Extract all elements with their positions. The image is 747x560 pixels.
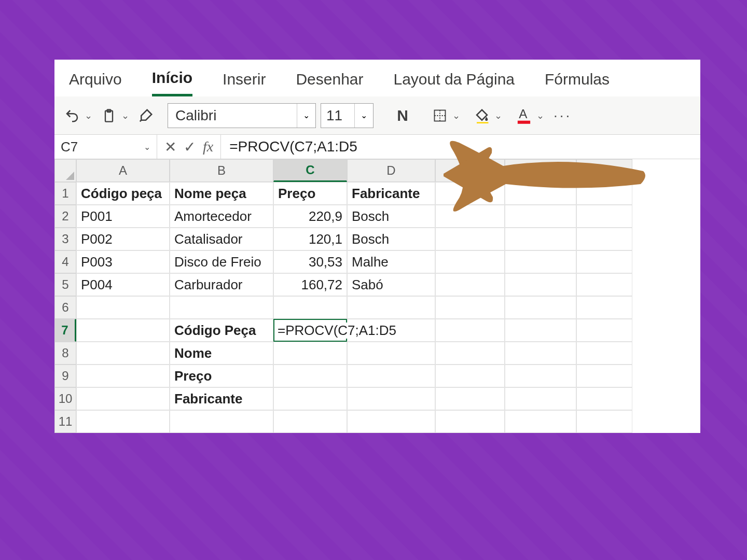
cell-g9[interactable] bbox=[576, 365, 632, 387]
cell-c9[interactable] bbox=[273, 365, 347, 387]
cell-g10[interactable] bbox=[576, 387, 632, 410]
borders-button[interactable] bbox=[428, 104, 451, 127]
font-color-button[interactable]: A bbox=[513, 104, 535, 127]
ribbon-tab-desenhar[interactable]: Desenhar bbox=[296, 67, 363, 95]
ribbon-tab-arquivo[interactable]: Arquivo bbox=[69, 67, 122, 95]
formula-input[interactable]: =PROCV(C7;A1:D5 bbox=[221, 135, 700, 159]
font-size-selector[interactable]: 11 ⌄ bbox=[321, 103, 374, 128]
cell-d1[interactable]: Fabricante bbox=[347, 182, 435, 205]
col-header-c[interactable]: C bbox=[273, 159, 347, 182]
cell-a9[interactable] bbox=[76, 365, 170, 387]
cell-b11[interactable] bbox=[170, 410, 273, 433]
select-all-corner[interactable] bbox=[54, 159, 76, 182]
cell-f8[interactable] bbox=[505, 342, 576, 365]
font-color-caret-icon[interactable]: ⌄ bbox=[536, 110, 544, 121]
col-header-f[interactable]: F bbox=[505, 159, 576, 182]
row-header-10[interactable]: 10 bbox=[54, 387, 76, 410]
fx-icon[interactable]: fx bbox=[203, 138, 213, 155]
cell-b8[interactable]: Nome bbox=[170, 342, 273, 365]
cell-a6[interactable] bbox=[76, 296, 170, 319]
cell-d10[interactable] bbox=[347, 387, 435, 410]
cell-e4[interactable] bbox=[435, 250, 505, 273]
cell-f4[interactable] bbox=[505, 250, 576, 273]
bold-button[interactable]: N bbox=[389, 104, 416, 127]
cell-d11[interactable] bbox=[347, 410, 435, 433]
spreadsheet-grid[interactable]: A B C D E F G 1 Código peça Nome peça Pr… bbox=[54, 159, 700, 433]
cell-d8[interactable] bbox=[347, 342, 435, 365]
row-header-5[interactable]: 5 bbox=[54, 273, 76, 296]
cell-e5[interactable] bbox=[435, 273, 505, 296]
borders-caret-icon[interactable]: ⌄ bbox=[452, 110, 460, 121]
cell-c6[interactable] bbox=[273, 296, 347, 319]
paste-caret-icon[interactable]: ⌄ bbox=[121, 110, 129, 121]
cell-a7[interactable] bbox=[76, 319, 170, 342]
cell-a8[interactable] bbox=[76, 342, 170, 365]
cell-d6[interactable] bbox=[347, 296, 435, 319]
confirm-button[interactable]: ✓ bbox=[184, 138, 196, 156]
row-header-4[interactable]: 4 bbox=[54, 250, 76, 273]
font-name-selector[interactable]: Calibri ⌄ bbox=[168, 103, 316, 128]
cell-g1[interactable] bbox=[576, 182, 632, 205]
cell-f10[interactable] bbox=[505, 387, 576, 410]
cell-g7[interactable] bbox=[576, 319, 632, 342]
col-header-b[interactable]: B bbox=[170, 159, 273, 182]
cell-e10[interactable] bbox=[435, 387, 505, 410]
row-header-6[interactable]: 6 bbox=[54, 296, 76, 319]
cell-b2[interactable]: Amortecedor bbox=[170, 205, 273, 228]
row-header-1[interactable]: 1 bbox=[54, 182, 76, 205]
cell-b3[interactable]: Catalisador bbox=[170, 228, 273, 250]
cell-f6[interactable] bbox=[505, 296, 576, 319]
cell-c2[interactable]: 220,9 bbox=[273, 205, 347, 228]
cell-f5[interactable] bbox=[505, 273, 576, 296]
cell-g8[interactable] bbox=[576, 342, 632, 365]
cell-a2[interactable]: P001 bbox=[76, 205, 170, 228]
paste-button[interactable] bbox=[98, 104, 120, 127]
row-header-9[interactable]: 9 bbox=[54, 365, 76, 387]
cell-c10[interactable] bbox=[273, 387, 347, 410]
cell-c5[interactable]: 160,72 bbox=[273, 273, 347, 296]
cell-e11[interactable] bbox=[435, 410, 505, 433]
cell-a10[interactable] bbox=[76, 387, 170, 410]
ribbon-tab-layout[interactable]: Layout da Página bbox=[394, 67, 515, 95]
cell-c3[interactable]: 120,1 bbox=[273, 228, 347, 250]
cell-a4[interactable]: P003 bbox=[76, 250, 170, 273]
cell-b6[interactable] bbox=[170, 296, 273, 319]
cell-f1[interactable] bbox=[505, 182, 576, 205]
cell-b1[interactable]: Nome peça bbox=[170, 182, 273, 205]
ribbon-tab-inserir[interactable]: Inserir bbox=[223, 67, 266, 95]
cell-e7[interactable] bbox=[435, 319, 505, 342]
col-header-a[interactable]: A bbox=[76, 159, 170, 182]
cell-e9[interactable] bbox=[435, 365, 505, 387]
font-name-caret-icon[interactable]: ⌄ bbox=[297, 104, 315, 128]
cell-c4[interactable]: 30,53 bbox=[273, 250, 347, 273]
cell-c1[interactable]: Preço bbox=[273, 182, 347, 205]
cell-b10[interactable]: Fabricante bbox=[170, 387, 273, 410]
cell-g3[interactable] bbox=[576, 228, 632, 250]
cell-c7[interactable]: =PROCV(C7;A1:D5 bbox=[273, 319, 347, 342]
row-header-7[interactable]: 7 bbox=[54, 319, 76, 342]
col-header-g[interactable]: G bbox=[576, 159, 632, 182]
cell-a5[interactable]: P004 bbox=[76, 273, 170, 296]
cell-g11[interactable] bbox=[576, 410, 632, 433]
ribbon-tab-inicio[interactable]: Início bbox=[152, 66, 192, 96]
cancel-button[interactable]: ✕ bbox=[164, 138, 176, 156]
cell-f9[interactable] bbox=[505, 365, 576, 387]
cell-e6[interactable] bbox=[435, 296, 505, 319]
ribbon-tab-formulas[interactable]: Fórmulas bbox=[545, 67, 610, 95]
cell-b5[interactable]: Carburador bbox=[170, 273, 273, 296]
cell-c11[interactable] bbox=[273, 410, 347, 433]
cell-d9[interactable] bbox=[347, 365, 435, 387]
format-painter-button[interactable] bbox=[134, 104, 157, 127]
undo-caret-icon[interactable]: ⌄ bbox=[85, 110, 92, 121]
fill-color-button[interactable] bbox=[471, 104, 493, 127]
cell-e3[interactable] bbox=[435, 228, 505, 250]
font-size-caret-icon[interactable]: ⌄ bbox=[354, 104, 373, 128]
cell-b9[interactable]: Preço bbox=[170, 365, 273, 387]
row-header-11[interactable]: 11 bbox=[54, 410, 76, 433]
col-header-d[interactable]: D bbox=[347, 159, 435, 182]
cell-f3[interactable] bbox=[505, 228, 576, 250]
cell-d4[interactable]: Malhe bbox=[347, 250, 435, 273]
cell-e8[interactable] bbox=[435, 342, 505, 365]
cell-a3[interactable]: P002 bbox=[76, 228, 170, 250]
cell-a11[interactable] bbox=[76, 410, 170, 433]
